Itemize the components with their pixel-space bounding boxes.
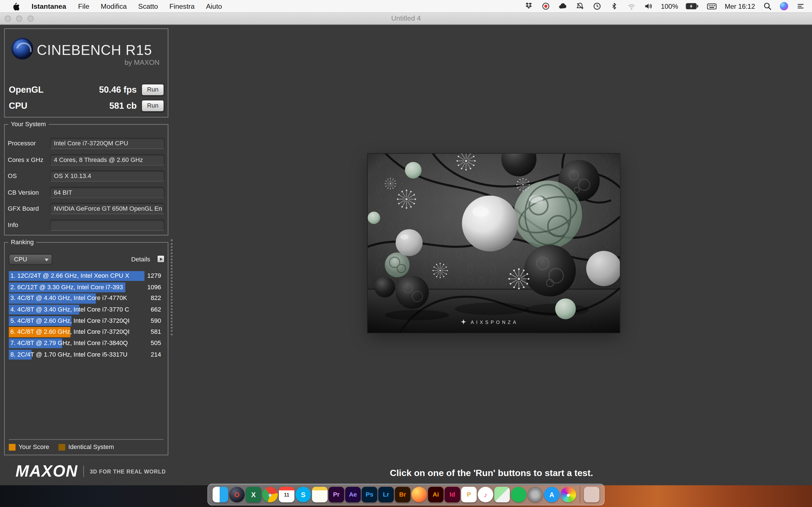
volume-icon[interactable]: [644, 2, 653, 11]
record-icon[interactable]: [541, 2, 551, 11]
ranking-row[interactable]: 1. 12C/24T @ 2.66 GHz, Intel Xeon CPU X1…: [9, 271, 161, 281]
photos-glyph: ●: [566, 491, 570, 499]
ranking-title: Ranking: [8, 238, 36, 246]
ranking-filter-dropdown[interactable]: CPU: [9, 254, 52, 265]
menu-item-finestra[interactable]: Finestra: [164, 2, 200, 10]
after-effects-glyph: Ae: [349, 491, 357, 498]
dock-spotify-icon[interactable]: [511, 487, 526, 502]
os-field[interactable]: OS X 10.13.4: [50, 170, 165, 181]
cb-version-field[interactable]: 64 BIT: [50, 186, 165, 198]
dock-pages-icon[interactable]: P: [461, 487, 477, 502]
menu-item-scatto[interactable]: Scatto: [133, 2, 164, 10]
os-label: OS: [8, 170, 17, 181]
ranking-row-score: 590: [151, 316, 161, 326]
notification-center-icon[interactable]: [796, 2, 805, 11]
gfx-board-label: GFX Board: [8, 203, 39, 214]
dock-indesign-icon[interactable]: Id: [445, 487, 460, 502]
ranking-row-score: 214: [151, 349, 161, 359]
menu-item-aiuto[interactable]: Aiuto: [200, 2, 228, 10]
dock-chrome-icon[interactable]: ●: [262, 487, 278, 502]
app-subtitle: by MAXON: [124, 59, 160, 66]
pages-glyph: P: [467, 491, 471, 498]
ranking-row[interactable]: 4. 4C/8T @ 3.40 GHz, Intel Core i7-3770 …: [9, 305, 161, 315]
cores-field[interactable]: 4 Cores, 8 Threads @ 2.60 GHz: [50, 154, 165, 165]
siri-icon[interactable]: [780, 2, 788, 10]
battery-charging-icon[interactable]: [686, 2, 699, 11]
dock-calendar-icon[interactable]: 11: [279, 487, 294, 502]
menu-item-file[interactable]: File: [72, 2, 95, 10]
details-label: Details: [131, 256, 150, 263]
cb-version-label: CB Version: [8, 186, 39, 198]
your-system-title: Your System: [8, 121, 49, 128]
processor-label: Processor: [8, 138, 36, 149]
ranking-row-label: 5. 4C/8T @ 2.60 GHz, Intel Core i7-3720Q…: [10, 316, 130, 326]
dropbox-icon[interactable]: [524, 2, 534, 11]
chrome-glyph: ●: [268, 491, 272, 499]
ranking-row[interactable]: 3. 4C/8T @ 4.40 GHz, Intel Core i7-4770K…: [9, 293, 161, 303]
bell-off-icon[interactable]: [575, 2, 585, 11]
app-store-glyph: A: [549, 491, 554, 499]
dock-after-effects-icon[interactable]: Ae: [345, 487, 361, 502]
dock-maps-icon[interactable]: [494, 487, 510, 502]
dock-excel-icon[interactable]: X: [246, 487, 261, 502]
dock-itunes-icon[interactable]: ♪: [477, 487, 493, 502]
skype-glyph: S: [301, 491, 305, 499]
cpu-run-button[interactable]: Run: [141, 100, 164, 112]
ranking-row[interactable]: 7. 4C/8T @ 2.79 GHz, Intel Core i7-3840Q…: [9, 338, 161, 348]
dock-trash-icon[interactable]: [584, 487, 599, 502]
bluetooth-icon[interactable]: [610, 2, 619, 11]
ranking-row[interactable]: 8. 2C/4T @ 1.70 GHz, Intel Core i5-3317U…: [9, 349, 161, 359]
menu-clock[interactable]: Mer 16:12: [725, 2, 755, 10]
cpu-label: CPU: [9, 101, 28, 111]
opengl-value: 50.46 fps: [99, 85, 137, 95]
cinebench-logo-icon: [11, 38, 33, 59]
system-row: CB Version 64 BIT: [5, 186, 168, 198]
icloud-upload-icon[interactable]: [558, 2, 567, 11]
chevron-down-icon: [45, 259, 49, 261]
opera-glyph: O: [234, 491, 240, 499]
time-machine-icon[interactable]: [593, 2, 602, 11]
bridge-glyph: Br: [399, 491, 406, 498]
dock-opera-icon[interactable]: O: [229, 487, 245, 502]
dock-photos-icon[interactable]: ●: [560, 487, 576, 502]
dock-system-preferences-icon[interactable]: [527, 487, 543, 502]
dock-bridge-icon[interactable]: Br: [395, 487, 410, 502]
lightroom-glyph: Lr: [383, 491, 389, 498]
apple-menu[interactable]: [5, 0, 26, 12]
opengl-label: OpenGL: [9, 85, 43, 95]
spotlight-icon[interactable]: [763, 2, 772, 11]
info-field[interactable]: [50, 219, 165, 230]
legend-identical-label: Identical System: [68, 443, 114, 451]
dock-skype-icon[interactable]: S: [296, 487, 311, 502]
app-title: CINEBENCH R15: [37, 43, 152, 59]
footer-divider: [84, 466, 84, 477]
ranking-row-your-score[interactable]: 6. 4C/8T @ 2.60 GHz, Intel Core i7-3720Q…: [9, 327, 161, 337]
dock-notes-icon[interactable]: [312, 487, 327, 502]
ranking-row[interactable]: 5. 4C/8T @ 2.60 GHz, Intel Core i7-3720Q…: [9, 316, 161, 326]
dock-firefox-icon[interactable]: [411, 487, 427, 502]
opengl-run-button[interactable]: Run: [141, 84, 164, 96]
details-button[interactable]: [157, 255, 165, 263]
system-row: Processor Intel Core i7-3720QM CPU: [5, 138, 168, 149]
ranking-row[interactable]: 2. 6C/12T @ 3.30 GHz, Intel Core i7-3931…: [9, 282, 161, 292]
menu-bar: Istantanea File Modifica Scatto Finestra…: [0, 0, 812, 13]
dock-separator: [580, 487, 580, 503]
dock-finder-icon[interactable]: [213, 487, 228, 502]
menu-item-modifica[interactable]: Modifica: [95, 2, 133, 10]
keyboard-input-icon[interactable]: [707, 2, 717, 11]
ranking-row-label: 8. 2C/4T @ 1.70 GHz, Intel Core i5-3317U: [10, 349, 128, 359]
processor-field[interactable]: Intel Core i7-3720QM CPU: [50, 138, 165, 149]
window-titlebar[interactable]: Untitled 4: [0, 13, 812, 25]
gfx-board-field[interactable]: NVIDIA GeForce GT 650M OpenGL En: [50, 203, 165, 214]
excel-glyph: X: [251, 491, 256, 499]
dock-photoshop-icon[interactable]: Ps: [362, 487, 377, 502]
render-preview-image: AIXSPONZA: [368, 154, 620, 333]
menu-app-name[interactable]: Istantanea: [26, 2, 72, 10]
dock-app-store-icon[interactable]: A: [544, 487, 559, 502]
dock-illustrator-icon[interactable]: Ai: [428, 487, 444, 502]
dock-premiere-icon[interactable]: Pr: [328, 487, 344, 502]
wifi-icon[interactable]: [627, 2, 636, 11]
system-row: Cores x GHz 4 Cores, 8 Threads @ 2.60 GH…: [5, 154, 168, 165]
panel-splitter[interactable]: [171, 239, 172, 335]
dock-lightroom-icon[interactable]: Lr: [378, 487, 394, 502]
